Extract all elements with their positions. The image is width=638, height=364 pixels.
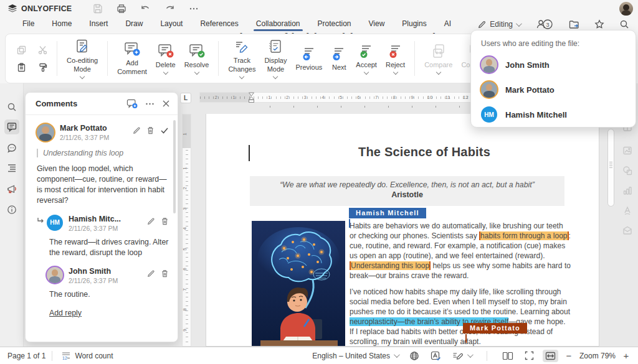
delete-reply-icon[interactable] bbox=[161, 217, 169, 225]
avatar-hamish-mitchell: HM bbox=[481, 106, 497, 123]
paste-icon[interactable] bbox=[13, 59, 29, 75]
tab-home[interactable]: Home bbox=[43, 17, 80, 31]
ruler-number: 10 bbox=[426, 95, 434, 100]
collab-cursor-mark bbox=[465, 334, 467, 343]
more-actions-icon[interactable] bbox=[189, 4, 199, 13]
ruler-number: 2 bbox=[214, 95, 219, 100]
tab-layout[interactable]: Layout bbox=[151, 17, 191, 31]
comment-highlight[interactable]: habits form through a loop bbox=[479, 231, 568, 240]
find-icon[interactable] bbox=[4, 100, 19, 114]
about-icon[interactable] bbox=[4, 202, 19, 217]
track-changes-button[interactable]: Track Changes bbox=[224, 36, 260, 82]
zoom-in-button[interactable]: + bbox=[622, 350, 631, 361]
comments-scrollbar-thumb[interactable] bbox=[173, 120, 176, 213]
brain-illustration-image[interactable] bbox=[252, 221, 345, 347]
svg-text:12: 12 bbox=[62, 355, 67, 360]
word-count-button[interactable]: 12 Word count bbox=[59, 350, 115, 362]
print-icon[interactable] bbox=[117, 4, 126, 14]
search-icon[interactable] bbox=[619, 19, 629, 29]
mail-merge-icon[interactable] bbox=[620, 223, 635, 238]
editing-mode-label: Editing bbox=[490, 20, 513, 29]
comments-panel-icon[interactable] bbox=[4, 119, 19, 134]
facing-pages-icon[interactable] bbox=[500, 350, 516, 362]
quote-block: “We are what we repeatedly do. Excellenc… bbox=[250, 176, 564, 206]
language-selector[interactable]: English – United States bbox=[310, 350, 401, 362]
headings-navigation-icon[interactable] bbox=[4, 161, 19, 175]
reply-date: 2/11/26, 3:37 PM bbox=[69, 277, 147, 284]
delete-comment-button[interactable]: Delete bbox=[151, 40, 180, 77]
resolve-comment-button[interactable]: Resolve bbox=[180, 40, 214, 77]
tab-plugins[interactable]: Plugins bbox=[393, 17, 435, 31]
more-options-icon[interactable] bbox=[145, 100, 155, 108]
tab-stop-selector[interactable]: L bbox=[180, 93, 191, 103]
user-avatar[interactable] bbox=[619, 2, 633, 16]
ruler-number: 1 bbox=[182, 133, 188, 135]
edit-reply-icon[interactable] bbox=[147, 217, 155, 225]
format-painter-icon[interactable] bbox=[34, 59, 50, 75]
tab-ai[interactable]: AI bbox=[436, 17, 460, 31]
fit-to-width-icon[interactable] bbox=[543, 350, 558, 362]
tab-file[interactable]: File bbox=[14, 17, 43, 31]
active-users-indicator[interactable]: 3 bbox=[535, 19, 554, 30]
reject-change-icon bbox=[388, 43, 404, 59]
tab-view[interactable]: View bbox=[360, 17, 394, 31]
ruler-number: 6 bbox=[182, 268, 188, 270]
feedback-icon[interactable] bbox=[4, 182, 19, 197]
shape-settings-icon[interactable] bbox=[620, 163, 635, 178]
resolve-comment-icon[interactable] bbox=[160, 126, 169, 134]
ruler-number: 2 bbox=[182, 187, 188, 189]
indent-marker[interactable] bbox=[248, 92, 255, 103]
edit-comment-icon[interactable] bbox=[133, 126, 141, 134]
open-file-location-icon[interactable] bbox=[569, 20, 579, 29]
scrollbar-thumb[interactable] bbox=[607, 129, 614, 207]
delete-reply-icon[interactable] bbox=[161, 269, 169, 278]
textart-settings-icon[interactable] bbox=[620, 203, 635, 218]
image-settings-icon[interactable] bbox=[620, 143, 635, 158]
ruler-number: 11 bbox=[444, 95, 451, 100]
resolve-comment-icon bbox=[188, 43, 206, 59]
copy-icon[interactable] bbox=[13, 42, 29, 58]
undo-icon[interactable] bbox=[140, 4, 151, 14]
editing-mode-dropdown[interactable]: Editing bbox=[477, 20, 520, 29]
menu-tabs: FileHomeInsertDrawLayoutReferencesCollab… bbox=[14, 17, 460, 31]
reply-author: Hamish Mitc... bbox=[69, 215, 147, 223]
ruler-margin-zone bbox=[200, 93, 252, 102]
document-page[interactable]: The Science of Habits “We are what we re… bbox=[206, 114, 599, 347]
add-comment-button[interactable]: Add Comment bbox=[113, 39, 151, 79]
set-language-icon[interactable] bbox=[407, 349, 422, 363]
tab-protection[interactable]: Protection bbox=[309, 17, 360, 31]
favorite-star-icon[interactable] bbox=[594, 19, 604, 29]
redo-icon[interactable] bbox=[164, 4, 175, 14]
compare-button[interactable]: Compare bbox=[420, 40, 457, 77]
spell-check-icon[interactable] bbox=[428, 349, 444, 363]
tab-collaboration[interactable]: Collaboration bbox=[247, 17, 309, 31]
save-icon[interactable] bbox=[93, 4, 103, 14]
chart-settings-icon[interactable] bbox=[620, 183, 635, 198]
comment-highlight[interactable]: Understanding this loop bbox=[350, 261, 431, 270]
tab-references[interactable]: References bbox=[191, 17, 247, 31]
comment-reply: John Smith 2/11/26, 3:37 PM The routine. bbox=[37, 267, 169, 300]
user-name: John Smith bbox=[505, 60, 550, 70]
page-indicator[interactable]: Page 1 of 1 bbox=[7, 352, 45, 360]
add-comment-icon[interactable] bbox=[126, 99, 138, 109]
add-reply-link[interactable]: Add reply bbox=[49, 309, 82, 317]
coediting-mode-button[interactable]: Co-editing Mode bbox=[62, 36, 102, 82]
zoom-out-button[interactable]: − bbox=[564, 350, 573, 361]
track-changes-toggle[interactable] bbox=[450, 349, 474, 362]
edit-reply-icon[interactable] bbox=[147, 269, 155, 278]
cut-icon[interactable] bbox=[34, 42, 50, 58]
fit-to-page-icon[interactable] bbox=[522, 349, 536, 362]
display-mode-button[interactable]: Display Mode bbox=[260, 36, 291, 82]
tab-draw[interactable]: Draw bbox=[117, 17, 151, 31]
accept-change-button[interactable]: Accept bbox=[351, 40, 381, 77]
chat-icon[interactable] bbox=[4, 141, 19, 156]
reject-change-button[interactable]: Reject bbox=[381, 40, 409, 77]
user-name: Hamish Mitchell bbox=[505, 110, 567, 119]
delete-comment-icon[interactable] bbox=[146, 126, 155, 134]
tab-insert[interactable]: Insert bbox=[80, 17, 117, 31]
zoom-level[interactable]: Zoom 79% bbox=[579, 352, 616, 360]
previous-change-button[interactable]: Previous bbox=[292, 43, 327, 75]
close-icon[interactable] bbox=[162, 100, 170, 108]
next-change-button[interactable]: Next bbox=[326, 43, 351, 75]
ruler-margin-zone bbox=[183, 114, 191, 148]
